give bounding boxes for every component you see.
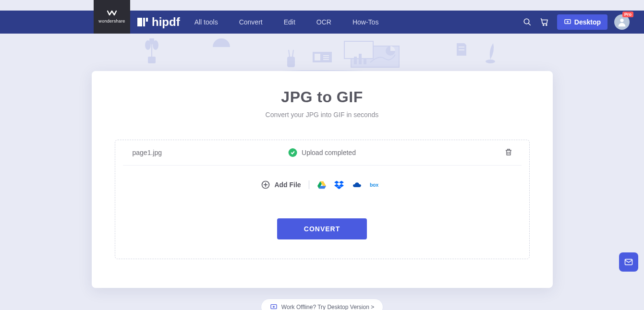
avatar-icon bbox=[617, 17, 627, 27]
nav-all-tools[interactable]: All tools bbox=[194, 18, 218, 26]
google-drive-icon bbox=[317, 180, 327, 189]
convert-button[interactable]: CONVERT bbox=[277, 218, 367, 239]
wondershare-label: wondershare bbox=[98, 19, 125, 24]
svg-text:box: box bbox=[370, 182, 379, 188]
add-file-label: Add File bbox=[274, 181, 301, 189]
search-button[interactable] bbox=[519, 13, 536, 31]
plus-circle-icon bbox=[261, 180, 270, 190]
pro-badge: Pro bbox=[622, 12, 633, 17]
dropbox-icon bbox=[334, 180, 344, 189]
svg-rect-27 bbox=[359, 54, 362, 64]
page-title: JPG to GIF bbox=[92, 88, 553, 106]
offline-text: Work Offline? Try Desktop Version > bbox=[281, 304, 374, 310]
upload-area: page1.jpg Upload completed Add File bbox=[115, 140, 530, 259]
product-name: hipdf bbox=[152, 15, 180, 29]
main-nav: All tools Convert Edit OCR How-Tos bbox=[194, 18, 379, 26]
svg-line-4 bbox=[528, 23, 531, 25]
onedrive-icon bbox=[352, 181, 362, 189]
svg-rect-2 bbox=[146, 18, 148, 22]
cart-icon bbox=[540, 18, 549, 26]
desktop-label: Desktop bbox=[574, 18, 601, 26]
upload-status: Upload completed bbox=[288, 148, 356, 157]
svg-rect-1 bbox=[143, 18, 145, 26]
google-drive-button[interactable] bbox=[317, 180, 327, 189]
nav-convert[interactable]: Convert bbox=[239, 18, 263, 26]
user-avatar[interactable]: Pro bbox=[614, 14, 630, 30]
svg-rect-0 bbox=[137, 18, 142, 26]
box-icon: box bbox=[370, 181, 383, 188]
svg-line-16 bbox=[289, 50, 290, 57]
file-row: page1.jpg Upload completed bbox=[123, 140, 522, 166]
svg-point-32 bbox=[486, 60, 495, 63]
offline-version-link[interactable]: Work Offline? Try Desktop Version > bbox=[261, 298, 383, 310]
svg-rect-26 bbox=[354, 57, 357, 64]
delete-file-button[interactable] bbox=[504, 148, 513, 158]
wondershare-logo[interactable]: wondershare bbox=[94, 0, 130, 34]
svg-rect-28 bbox=[364, 59, 366, 64]
box-button[interactable]: box bbox=[370, 181, 383, 188]
feedback-button[interactable] bbox=[619, 252, 638, 272]
dropbox-button[interactable] bbox=[334, 180, 344, 189]
svg-rect-9 bbox=[148, 57, 156, 63]
svg-rect-19 bbox=[315, 54, 320, 60]
svg-point-3 bbox=[524, 19, 529, 24]
download-desktop-icon bbox=[270, 303, 278, 310]
trash-icon bbox=[504, 148, 513, 156]
page-subtitle: Convert your JPG into GIF in seconds bbox=[92, 111, 553, 119]
svg-rect-15 bbox=[287, 57, 295, 67]
status-text: Upload completed bbox=[302, 149, 356, 156]
download-icon bbox=[564, 18, 571, 26]
svg-point-8 bbox=[620, 19, 623, 22]
check-icon bbox=[288, 148, 297, 157]
onedrive-button[interactable] bbox=[352, 181, 362, 189]
hipdf-logo[interactable]: hipdf bbox=[137, 15, 180, 29]
main-header: wondershare hipdf All tools Convert Edit… bbox=[0, 11, 644, 34]
svg-point-6 bbox=[546, 24, 547, 25]
svg-line-17 bbox=[292, 50, 293, 57]
decorative-banner bbox=[0, 34, 644, 73]
search-icon bbox=[523, 18, 532, 26]
divider bbox=[309, 180, 309, 189]
nav-edit[interactable]: Edit bbox=[284, 18, 295, 26]
nav-ocr[interactable]: OCR bbox=[316, 18, 331, 26]
converter-card: JPG to GIF Convert your JPG into GIF in … bbox=[92, 71, 553, 288]
desktop-button[interactable]: Desktop bbox=[557, 14, 608, 30]
file-name: page1.jpg bbox=[133, 149, 162, 156]
add-file-row: Add File box bbox=[115, 180, 529, 190]
add-file-button[interactable]: Add File bbox=[261, 180, 301, 190]
cart-button[interactable] bbox=[536, 13, 553, 31]
nav-howtos[interactable]: How-Tos bbox=[352, 18, 378, 26]
svg-point-5 bbox=[543, 24, 544, 25]
mail-icon bbox=[624, 257, 633, 267]
